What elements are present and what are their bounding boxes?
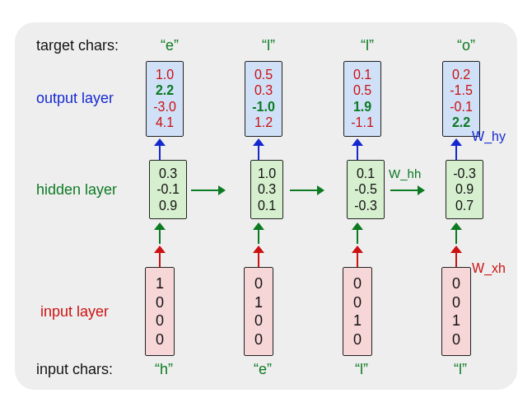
arrow-up-icon bbox=[250, 221, 267, 244]
arrow-right-icon bbox=[191, 190, 219, 191]
rnn-diagram: target chars: “e” “l” “l” “o” output lay… bbox=[15, 22, 517, 391]
input-vector: 0010 bbox=[343, 267, 372, 356]
arrow-up-icon bbox=[250, 137, 267, 160]
input-vector: 0010 bbox=[441, 267, 471, 356]
arrow-right-icon bbox=[390, 190, 418, 191]
hidden-layer-label: hidden layer bbox=[36, 181, 128, 199]
input-vector: 0100 bbox=[244, 267, 273, 356]
output-vector: 0.50.3-1.01.2 bbox=[245, 61, 282, 137]
output-layer-label: output layer bbox=[36, 90, 125, 107]
hidden-vector: 0.1-0.5-0.3 bbox=[347, 160, 385, 220]
arrow-up-icon bbox=[448, 244, 464, 267]
output-vector: 0.2-1.5-0.12.2 bbox=[442, 61, 480, 137]
target-char: “l” bbox=[229, 37, 308, 54]
arrow-up-icon bbox=[349, 244, 366, 267]
output-vector: 1.02.2-3.04.1 bbox=[146, 61, 184, 137]
hidden-vector: 0.3-0.10.9 bbox=[149, 160, 187, 220]
arrow-up-icon bbox=[152, 244, 168, 267]
hidden-vector: -0.30.90.7 bbox=[446, 160, 483, 220]
arrow-up-icon bbox=[250, 244, 267, 267]
w-hh-label: W_hh bbox=[389, 166, 421, 180]
arrow-up-icon bbox=[448, 221, 464, 244]
arrow-up-icon bbox=[448, 137, 464, 160]
target-char: “l” bbox=[328, 37, 407, 54]
arrow-up-icon bbox=[349, 221, 366, 244]
arrow-right-icon bbox=[290, 190, 318, 191]
input-char: “l” bbox=[322, 361, 401, 378]
input-vector: 1000 bbox=[145, 267, 175, 356]
input-layer-label: input layer bbox=[36, 303, 120, 321]
input-char: “h” bbox=[124, 361, 203, 378]
target-char: “e” bbox=[130, 37, 209, 54]
target-chars-label: target chars: bbox=[36, 37, 130, 54]
arrow-up-icon bbox=[152, 221, 168, 244]
w-xh-label: W_xh bbox=[472, 261, 506, 276]
output-vector: 0.10.51.9-1.1 bbox=[343, 61, 381, 137]
input-char: “e” bbox=[223, 361, 302, 378]
w-hy-label: W_hy bbox=[472, 129, 506, 144]
target-char: “o” bbox=[427, 37, 506, 54]
input-chars-label: input chars: bbox=[36, 361, 124, 378]
arrow-up-icon bbox=[152, 137, 168, 160]
input-char: “l” bbox=[421, 361, 500, 378]
arrow-up-icon bbox=[349, 137, 366, 160]
hidden-vector: 1.00.30.1 bbox=[250, 160, 283, 220]
